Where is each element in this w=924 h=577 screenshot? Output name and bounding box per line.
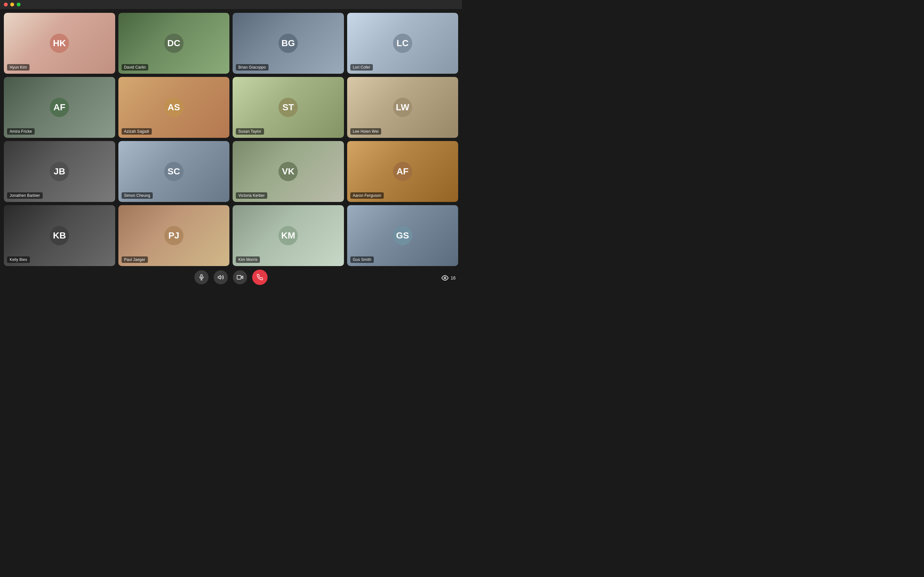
- video-tile-2[interactable]: DCDavid Carlin: [118, 13, 230, 74]
- video-tile-3[interactable]: BGBrian Giacoppo: [233, 13, 344, 74]
- video-tile-8[interactable]: LWLee Hsien Wei: [347, 77, 459, 138]
- avatar-9: JB: [50, 162, 69, 181]
- avatar-8: LW: [393, 98, 412, 117]
- end-call-button[interactable]: [252, 269, 268, 285]
- title-bar: [0, 0, 462, 9]
- participant-name-10: Simon Cheung: [121, 192, 153, 199]
- video-tile-14[interactable]: PJPaul Jaeger: [118, 205, 230, 266]
- avatar-1: HK: [50, 34, 69, 53]
- avatar-2: DC: [164, 34, 184, 53]
- participant-name-15: Kim Morris: [236, 256, 260, 263]
- video-tile-15[interactable]: KMKim Morris: [233, 205, 344, 266]
- svg-rect-5: [237, 276, 241, 279]
- avatar-10: SC: [164, 162, 184, 181]
- video-tile-6[interactable]: ASAzizah Sajjadi: [118, 77, 230, 138]
- avatar-12: AF: [393, 162, 412, 181]
- viewer-count: 16: [441, 274, 456, 282]
- svg-rect-0: [201, 275, 202, 277]
- svg-point-6: [444, 277, 446, 279]
- speaker-button[interactable]: [214, 270, 228, 284]
- minimize-button[interactable]: [10, 3, 14, 6]
- participant-name-1: Hyun Kim: [7, 64, 29, 71]
- participant-name-5: Amira Fricke: [7, 128, 35, 135]
- participant-name-6: Azizah Sajjadi: [121, 128, 152, 135]
- participant-name-7: Susan Taylor: [236, 128, 264, 135]
- video-grid: HKHyun KimDCDavid CarlinBGBrian Giacoppo…: [4, 13, 458, 266]
- video-tile-7[interactable]: STSusan Taylor: [233, 77, 344, 138]
- participant-name-14: Paul Jaeger: [121, 256, 148, 263]
- avatar-15: KM: [278, 226, 298, 245]
- avatar-6: AS: [164, 98, 184, 117]
- camera-button[interactable]: [233, 270, 247, 284]
- avatar-13: KB: [50, 226, 69, 245]
- end-call-icon: [257, 274, 263, 280]
- svg-marker-4: [241, 276, 243, 279]
- video-tile-10[interactable]: SCSimon Cheung: [118, 141, 230, 202]
- avatar-5: AF: [50, 98, 69, 117]
- avatar-14: PJ: [164, 226, 184, 245]
- svg-marker-3: [218, 276, 221, 279]
- video-tile-11[interactable]: VKVictoria Kerber: [233, 141, 344, 202]
- participant-name-13: Kelly Bies: [7, 256, 30, 263]
- video-tile-16[interactable]: GSGus Smith: [347, 205, 459, 266]
- avatar-4: LC: [393, 34, 412, 53]
- eye-icon: [441, 274, 449, 282]
- video-tile-4[interactable]: LCLori Cofer: [347, 13, 459, 74]
- speaker-icon: [218, 274, 224, 280]
- video-tile-13[interactable]: KBKelly Bies: [4, 205, 115, 266]
- participant-name-8: Lee Hsien Wei: [351, 128, 381, 135]
- camera-icon: [237, 274, 243, 280]
- participant-name-3: Brian Giacoppo: [236, 64, 268, 71]
- mic-icon: [198, 274, 205, 280]
- maximize-button[interactable]: [17, 3, 21, 6]
- avatar-11: VK: [278, 162, 298, 181]
- bottom-bar: [0, 266, 462, 288]
- participant-name-16: Gus Smith: [351, 256, 374, 263]
- participant-name-9: Jonathen Barbier: [7, 192, 43, 199]
- video-tile-5[interactable]: AFAmira Fricke: [4, 77, 115, 138]
- participant-name-2: David Carlin: [121, 64, 149, 71]
- video-tile-9[interactable]: JBJonathen Barbier: [4, 141, 115, 202]
- participant-name-11: Victoria Kerber: [236, 192, 267, 199]
- main-content: HKHyun KimDCDavid CarlinBGBrian Giacoppo…: [0, 9, 462, 288]
- participant-name-12: Aaron Ferguson: [351, 192, 384, 199]
- video-tile-12[interactable]: AFAaron Ferguson: [347, 141, 459, 202]
- viewer-count-number: 16: [451, 276, 456, 280]
- video-tile-1[interactable]: HKHyun Kim: [4, 13, 115, 74]
- avatar-16: GS: [393, 226, 412, 245]
- avatar-7: ST: [278, 98, 298, 117]
- avatar-3: BG: [278, 34, 298, 53]
- microphone-button[interactable]: [194, 270, 208, 284]
- participant-name-4: Lori Cofer: [351, 64, 373, 71]
- close-button[interactable]: [4, 3, 8, 6]
